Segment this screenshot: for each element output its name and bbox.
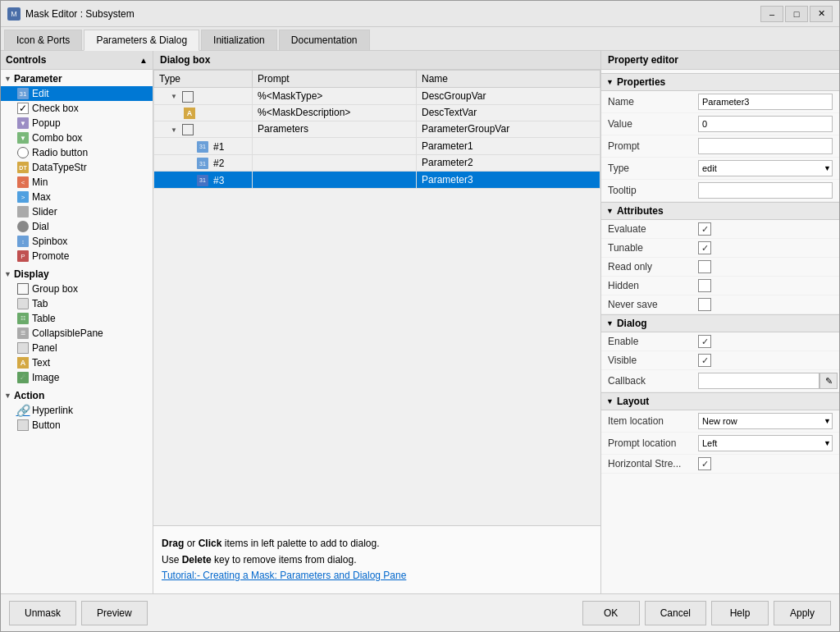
sidebar-item-combobox[interactable]: ▼ Combo box: [1, 131, 153, 145]
tutorial-link[interactable]: Tutorial:- Creating a Mask: Parameters a…: [162, 570, 406, 581]
row5-icon: 31: [197, 158, 208, 169]
section-attributes-header[interactable]: ▼ Attributes: [601, 202, 839, 220]
minimize-button[interactable]: –: [760, 6, 783, 22]
group-display-label: Display: [14, 268, 49, 280]
section-properties-header[interactable]: ▼ Properties: [601, 73, 839, 91]
ok-button[interactable]: OK: [582, 601, 640, 625]
prop-hidden-checkbox[interactable]: [698, 279, 711, 292]
prop-type-label: Type: [608, 163, 698, 174]
prop-itemlocation-select[interactable]: New row Same row New column: [698, 413, 833, 429]
sidebar-item-slider[interactable]: Slider: [1, 204, 153, 219]
row5-name: Parameter2: [417, 154, 600, 172]
table-row[interactable]: 31 #2 Parameter2: [154, 154, 600, 172]
cancel-button[interactable]: Cancel: [645, 601, 706, 625]
prop-tunable-row: Tunable: [601, 239, 839, 258]
section-properties-triangle: ▼: [606, 78, 614, 86]
sidebar-item-spinbox[interactable]: ↕ Spinbox: [1, 234, 153, 249]
sidebar-item-collapsiblepane[interactable]: ☰ CollapsiblePane: [1, 326, 153, 341]
table-row[interactable]: A %<MaskDescription> DescTextVar: [154, 104, 600, 121]
table-row[interactable]: ▼ %<MaskType> DescGroupVar: [154, 88, 600, 105]
prop-readonly-label: Read only: [608, 261, 698, 272]
dialog-table[interactable]: Type Prompt Name ▼: [153, 70, 600, 525]
display-expand-icon: ▼: [4, 270, 11, 278]
sidebar-item-groupbox[interactable]: Group box: [1, 282, 153, 296]
sidebar-item-radiobutton[interactable]: Radio button: [1, 145, 153, 160]
section-layout-header[interactable]: ▼ Layout: [601, 392, 839, 410]
row1-name: DescGroupVar: [417, 88, 600, 105]
prop-evaluate-checkbox[interactable]: [698, 222, 711, 236]
sidebar-item-hyperlink[interactable]: 🔗 Hyperlink: [1, 403, 153, 418]
unmask-button[interactable]: Unmask: [9, 601, 76, 625]
property-editor-scroll: ▼ Properties Name Value Prompt Type: [601, 70, 839, 593]
prop-neversave-checkbox[interactable]: [698, 298, 711, 311]
prop-promptlocation-select[interactable]: Left Top Hidden: [698, 435, 833, 451]
apply-button[interactable]: Apply: [774, 601, 831, 625]
sidebar-item-popup[interactable]: ▼ Popup: [1, 116, 153, 131]
sidebar-item-table[interactable]: ☷ Table: [1, 311, 153, 326]
tree-group-parameter-header[interactable]: ▼ Parameter: [1, 71, 153, 86]
edit-label: Edit: [32, 88, 49, 99]
prop-tooltip-input[interactable]: [698, 182, 833, 199]
prop-name-input[interactable]: [698, 94, 833, 110]
prop-readonly-checkbox[interactable]: [698, 260, 711, 273]
row4-name: Parameter1: [417, 138, 600, 155]
sidebar-item-dial[interactable]: Dial: [1, 219, 153, 234]
collapsiblepane-label: CollapsiblePane: [32, 327, 103, 339]
prop-type-wrapper: edit checkbox popup combobox ▼: [698, 160, 833, 176]
bottom-bar: Unmask Preview OK Cancel Help Apply: [1, 593, 839, 631]
spinbox-icon: ↕: [17, 236, 29, 247]
prop-visible-label: Visible: [608, 355, 698, 366]
preview-button[interactable]: Preview: [81, 601, 148, 625]
hint-use: Use: [162, 554, 182, 566]
prop-itemlocation-row: Item location New row Same row New colum…: [601, 410, 839, 433]
prop-callback-edit-button[interactable]: ✎: [819, 373, 838, 389]
tab-icon-ports[interactable]: Icon & Ports: [4, 30, 82, 50]
help-button[interactable]: Help: [711, 601, 769, 625]
section-dialog-header[interactable]: ▼ Dialog: [601, 314, 839, 332]
prop-evaluate-label: Evaluate: [608, 223, 698, 235]
prop-horizontalstre-checkbox[interactable]: [698, 457, 711, 470]
table-row[interactable]: 31 #1 Parameter1: [154, 138, 600, 155]
panel-icon: [17, 342, 29, 354]
tab-documentation[interactable]: Documentation: [279, 30, 370, 50]
tab-params-dialog[interactable]: Parameters & Dialog: [84, 30, 199, 51]
close-button[interactable]: ✕: [810, 6, 833, 22]
tree-group-display-header[interactable]: ▼ Display: [1, 267, 153, 282]
sidebar-item-datatypestr[interactable]: DT DataTypeStr: [1, 160, 153, 175]
prop-tunable-checkbox[interactable]: [698, 241, 711, 254]
main-content: Controls ▲ ▼ Parameter 31 Edit ✓: [1, 51, 839, 593]
prop-enable-checkbox[interactable]: [698, 335, 711, 348]
prop-callback-input[interactable]: [698, 373, 819, 389]
table-row[interactable]: ▼ Parameters ParameterGroupVar: [154, 121, 600, 138]
sidebar-item-button[interactable]: Button: [1, 418, 153, 433]
tree-group-action-header[interactable]: ▼ Action: [1, 388, 153, 403]
sidebar-item-checkbox[interactable]: ✓ Check box: [1, 101, 153, 116]
prop-type-select[interactable]: edit checkbox popup combobox: [698, 160, 833, 176]
prop-itemlocation-wrapper: New row Same row New column ▼: [698, 413, 833, 429]
sidebar-item-panel[interactable]: Panel: [1, 341, 153, 355]
prop-enable-row: Enable: [601, 332, 839, 351]
hint-click: Click: [199, 538, 222, 549]
prop-visible-checkbox[interactable]: [698, 354, 711, 367]
prop-prompt-input[interactable]: [698, 138, 833, 154]
row3-prompt: Parameters: [253, 121, 417, 138]
tabs-bar: Icon & Ports Parameters & Dialog Initial…: [1, 27, 839, 51]
app-icon: M: [7, 7, 21, 21]
prop-horizontalstre-label: Horizontal Stre...: [608, 458, 698, 469]
collapsiblepane-icon: ☰: [17, 327, 29, 339]
sidebar-item-text[interactable]: A Text: [1, 355, 153, 370]
table-row-selected[interactable]: 31 #3 Parameter3: [154, 172, 600, 189]
prop-value-input[interactable]: [698, 116, 833, 132]
sidebar-item-edit[interactable]: 31 Edit: [1, 86, 153, 101]
sidebar-item-max[interactable]: > Max: [1, 190, 153, 204]
sidebar-item-min[interactable]: < Min: [1, 175, 153, 190]
row4-prompt: [253, 138, 417, 155]
hint-line3[interactable]: Tutorial:- Creating a Mask: Parameters a…: [162, 568, 592, 584]
table-label: Table: [32, 313, 56, 324]
sidebar-item-promote[interactable]: P Promote: [1, 249, 153, 263]
sidebar-item-image[interactable]: ☄ Image: [1, 370, 153, 385]
maximize-button[interactable]: □: [785, 6, 808, 22]
hint-or: or: [187, 538, 199, 549]
sidebar-item-tab[interactable]: Tab: [1, 296, 153, 311]
tab-initialization[interactable]: Initialization: [201, 30, 277, 50]
